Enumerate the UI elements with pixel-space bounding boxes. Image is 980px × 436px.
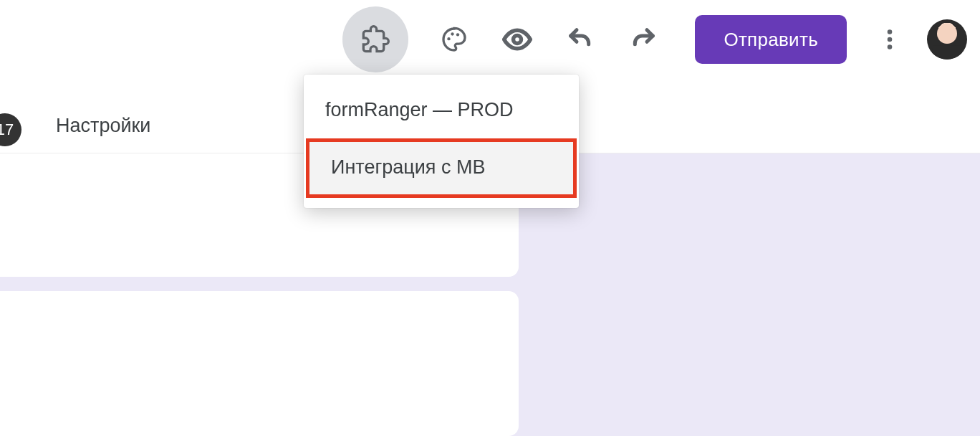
more-vert-icon [877, 27, 903, 52]
svg-point-4 [888, 29, 893, 34]
svg-point-6 [888, 44, 893, 49]
customize-theme-button[interactable] [437, 22, 471, 57]
addon-item-form-ranger[interactable]: formRanger — PROD [304, 85, 579, 137]
undo-icon [566, 25, 595, 54]
svg-point-0 [448, 37, 451, 40]
addons-button[interactable] [342, 6, 408, 72]
addon-item-integration-mb[interactable]: Интеграция с МВ [306, 138, 577, 198]
svg-point-1 [451, 32, 454, 35]
svg-point-2 [456, 33, 459, 36]
palette-icon [440, 25, 469, 54]
toolbar-icon-group [342, 6, 660, 72]
send-button[interactable]: Отправить [695, 15, 847, 64]
more-button[interactable] [873, 22, 907, 57]
svg-point-3 [514, 36, 522, 44]
preview-button[interactable] [500, 22, 534, 57]
redo-icon [629, 25, 658, 54]
eye-icon [501, 24, 533, 55]
form-card [0, 291, 519, 436]
tab-settings[interactable]: Настройки [56, 115, 150, 137]
addons-dropdown: formRanger — PROD Интеграция с МВ [304, 75, 579, 208]
account-avatar[interactable] [927, 19, 967, 60]
responses-count-badge: 17 [0, 113, 21, 146]
undo-button[interactable] [563, 22, 597, 57]
svg-point-5 [888, 37, 893, 42]
top-toolbar: Отправить [0, 0, 980, 79]
puzzle-icon [361, 25, 390, 54]
redo-button[interactable] [626, 22, 660, 57]
right-lavender-pane [524, 153, 980, 436]
